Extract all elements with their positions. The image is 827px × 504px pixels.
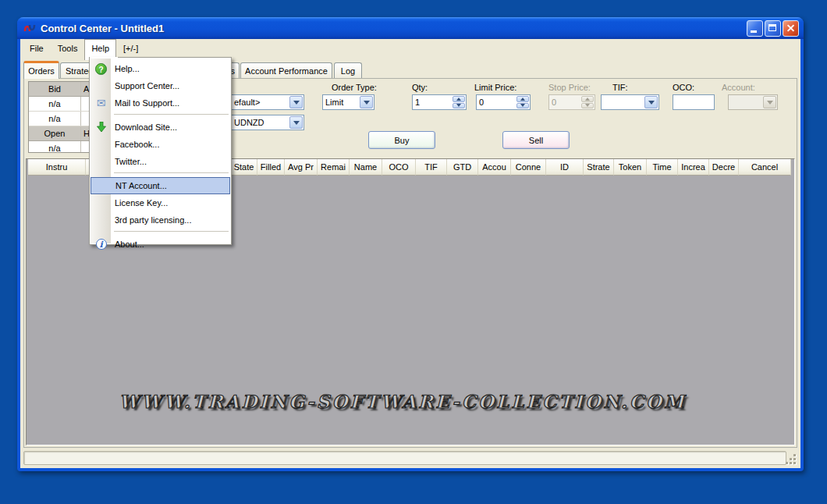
- sell-button[interactable]: Sell: [502, 131, 570, 149]
- oco-field-wrap: [673, 94, 715, 110]
- minimize-icon: [751, 30, 757, 33]
- limit-price-label: Limit Price:: [474, 83, 516, 93]
- menu-item-support-center[interactable]: Support Center...: [90, 77, 231, 94]
- bid-value: n/a: [29, 112, 81, 126]
- column-header-cancel[interactable]: Cancel: [739, 159, 791, 176]
- account-select: [728, 94, 778, 110]
- instrument-select[interactable]: UDNZD: [231, 115, 304, 130]
- menubar: File Tools Help [+/-]: [20, 39, 803, 59]
- column-header-strategy[interactable]: Strate: [584, 159, 614, 176]
- spin-up-icon[interactable]: [516, 96, 529, 102]
- titlebar-buttons: [747, 20, 799, 37]
- ninjatrader-logo-icon: [23, 21, 37, 35]
- menu-item-download-site[interactable]: Download Site...: [90, 119, 231, 136]
- bid-header: Bid: [29, 82, 81, 96]
- close-button[interactable]: [783, 20, 799, 37]
- titlebar[interactable]: Control Center - Untitled1: [17, 17, 804, 39]
- column-header-tif[interactable]: TIF: [416, 159, 447, 176]
- open-value: n/a: [29, 141, 81, 153]
- tab-account-performance[interactable]: Account Performance: [240, 62, 332, 78]
- menu-item-3rd-party-licensing[interactable]: 3rd party licensing...: [90, 211, 231, 229]
- buy-button[interactable]: Buy: [368, 131, 435, 149]
- bid-value: n/a: [29, 97, 81, 111]
- column-header-remaining[interactable]: Remai: [318, 159, 350, 176]
- menu-item-facebook[interactable]: Facebook...: [90, 136, 231, 153]
- status-message-area: [23, 451, 786, 465]
- minimize-button[interactable]: [747, 20, 763, 37]
- menu-plus-minus[interactable]: [+/-]: [116, 39, 145, 59]
- menu-item-twitter[interactable]: Twitter...: [90, 153, 231, 170]
- spin-down-icon: [581, 103, 594, 109]
- column-header-connection[interactable]: Conne: [511, 159, 546, 176]
- column-header-avg-price[interactable]: Avg Pr: [285, 159, 318, 176]
- account-label: Account:: [722, 83, 755, 93]
- column-header-state[interactable]: State: [231, 159, 257, 176]
- chevron-down-icon[interactable]: [644, 96, 658, 108]
- column-header-token[interactable]: Token: [614, 159, 647, 176]
- column-header-instrument[interactable]: Instru: [28, 159, 86, 176]
- qty-label: Qty:: [412, 83, 428, 93]
- menu-file[interactable]: File: [23, 39, 51, 59]
- maximize-button[interactable]: [765, 20, 781, 37]
- tif-select[interactable]: [601, 94, 659, 110]
- chevron-down-icon[interactable]: [289, 116, 303, 129]
- menu-item-nt-account[interactable]: NT Account...: [91, 177, 230, 194]
- stop-price-stepper: [548, 94, 595, 110]
- column-header-account[interactable]: Accou: [478, 159, 511, 176]
- column-header-increase[interactable]: Increa: [678, 159, 709, 176]
- column-header-time[interactable]: Time: [647, 159, 678, 176]
- info-icon: i: [96, 239, 107, 250]
- order-type-select[interactable]: Limit: [322, 94, 374, 110]
- menu-item-about[interactable]: i About...: [90, 236, 231, 253]
- qty-input[interactable]: [413, 95, 452, 109]
- stop-price-input: [549, 95, 580, 109]
- statusbar: [23, 451, 797, 465]
- tab-log[interactable]: Log: [334, 62, 362, 78]
- tab-orders[interactable]: Orders: [23, 61, 59, 79]
- window-title: Control Center - Untitled1: [41, 23, 164, 34]
- download-icon: [97, 122, 106, 133]
- oco-field[interactable]: [673, 95, 714, 109]
- menu-item-help[interactable]: ? Help...: [90, 60, 231, 77]
- open-header: Open: [29, 126, 81, 140]
- spin-down-icon[interactable]: [516, 103, 529, 109]
- resize-grip[interactable]: [786, 451, 797, 465]
- menu-tools[interactable]: Tools: [51, 39, 85, 59]
- spin-down-icon[interactable]: [453, 103, 465, 109]
- column-header-id[interactable]: ID: [546, 159, 584, 176]
- qty-stepper[interactable]: [412, 94, 467, 110]
- spin-up-icon[interactable]: [453, 96, 465, 102]
- watermark-text: WWW.TRADING-SOFTWARE-COLLECTION.COM: [26, 391, 786, 412]
- maximize-icon: [768, 24, 776, 31]
- column-header-gtd[interactable]: GTD: [447, 159, 478, 176]
- chevron-down-icon: [763, 96, 776, 108]
- menu-item-mail-to-support[interactable]: ✉ Mail to Support...: [90, 94, 231, 112]
- spin-up-icon: [581, 96, 594, 102]
- column-header-filled[interactable]: Filled: [257, 159, 285, 176]
- stop-price-label: Stop Price:: [548, 83, 591, 93]
- help-dropdown-menu: ? Help... Support Center... ✉ Mail to Su…: [89, 57, 232, 245]
- chevron-down-icon[interactable]: [289, 96, 303, 108]
- atm-strategy-select[interactable]: efault>: [231, 94, 304, 110]
- oco-label: OCO:: [673, 83, 694, 93]
- limit-price-input[interactable]: [477, 95, 516, 109]
- column-header-oco[interactable]: OCO: [382, 159, 416, 176]
- menu-item-license-key[interactable]: License Key...: [90, 194, 231, 211]
- column-header-name[interactable]: Name: [350, 159, 382, 176]
- column-header-decrease[interactable]: Decre: [709, 159, 739, 176]
- mail-icon: ✉: [97, 98, 106, 108]
- limit-price-stepper[interactable]: [476, 94, 531, 110]
- order-type-label: Order Type:: [332, 83, 377, 93]
- help-icon: ?: [95, 63, 107, 75]
- tif-label: TIF:: [612, 83, 628, 93]
- chevron-down-icon[interactable]: [360, 96, 373, 108]
- desktop: Control Center - Untitled1 File Tools He…: [0, 0, 827, 504]
